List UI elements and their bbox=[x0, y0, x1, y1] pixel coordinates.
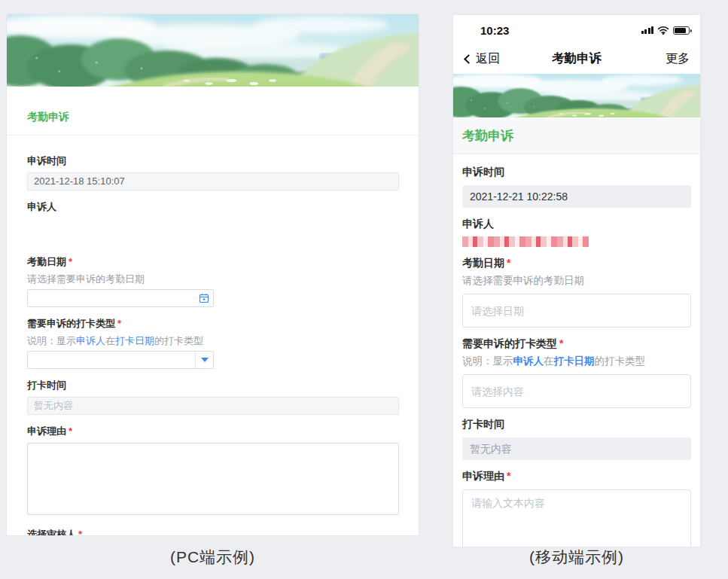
punch-type-field[interactable] bbox=[28, 352, 193, 368]
m-reason-label: 申诉理由* bbox=[462, 470, 691, 483]
appeal-time-label: 申诉时间 bbox=[27, 154, 398, 168]
nav-title: 考勤申诉 bbox=[522, 50, 631, 67]
m-punch-type-label: 需要申诉的打卡类型* bbox=[462, 337, 691, 351]
punch-type-helper: 说明：显示申诉人在打卡日期的打卡类型 bbox=[27, 334, 398, 348]
battery-icon bbox=[673, 26, 690, 35]
pc-form: 申诉时间 2021-12-18 15:10:07 申诉人 考勤日期* 请选择需要… bbox=[7, 136, 419, 536]
punch-date-link[interactable]: 打卡日期 bbox=[115, 335, 154, 346]
m-attendance-date-helper: 请选择需要申诉的考勤日期 bbox=[462, 274, 691, 288]
status-icons bbox=[641, 26, 690, 35]
m-appellant-label: 申诉人 bbox=[462, 218, 691, 231]
reason-label: 申诉理由* bbox=[27, 425, 398, 438]
attendance-date-label: 考勤日期* bbox=[27, 255, 398, 269]
m-reason-textarea[interactable] bbox=[462, 489, 691, 547]
appeal-time-value: 2021-12-18 15:10:07 bbox=[27, 172, 399, 190]
attendance-date-input[interactable] bbox=[27, 289, 214, 307]
punch-type-label: 需要申诉的打卡类型* bbox=[27, 317, 398, 331]
m-punch-date-link[interactable]: 打卡日期 bbox=[554, 355, 595, 367]
pc-example-panel: 考勤申诉 申诉时间 2021-12-18 15:10:07 申诉人 考勤日期* … bbox=[6, 14, 419, 536]
m-appeal-time-label: 申诉时间 bbox=[462, 166, 691, 179]
mobile-caption: (移动端示例) bbox=[453, 547, 700, 568]
m-appellant-link[interactable]: 申诉人 bbox=[513, 355, 544, 367]
back-chevron-icon bbox=[464, 54, 474, 64]
mobile-example-panel: 10:23 返回 考勤申诉 更多 考勤申诉 申诉时间 bbox=[453, 15, 700, 547]
nav-bar: 返回 考勤申诉 更多 bbox=[453, 45, 700, 72]
reason-textarea[interactable] bbox=[27, 443, 399, 515]
m-attendance-date-label: 考勤日期* bbox=[462, 257, 691, 270]
calendar-icon[interactable] bbox=[195, 290, 213, 306]
m-punch-time-label: 打卡时间 bbox=[462, 418, 691, 431]
appellant-link[interactable]: 申诉人 bbox=[76, 335, 105, 346]
back-button[interactable]: 返回 bbox=[464, 51, 522, 67]
punch-time-label: 打卡时间 bbox=[27, 379, 398, 392]
chevron-down-icon[interactable] bbox=[195, 352, 213, 368]
header-illustration-mobile bbox=[453, 74, 700, 117]
page-title: 考勤申诉 bbox=[7, 111, 419, 136]
punch-time-value: 暂无内容 bbox=[27, 397, 399, 415]
appellant-label: 申诉人 bbox=[27, 200, 398, 214]
status-bar: 10:23 bbox=[453, 15, 700, 45]
signal-icon bbox=[641, 26, 654, 34]
m-punch-type-field[interactable] bbox=[463, 375, 690, 407]
appellant-value-blank bbox=[27, 214, 398, 245]
attendance-date-helper: 请选择需要申诉的考勤日期 bbox=[27, 273, 398, 286]
m-attendance-date-input[interactable] bbox=[462, 294, 691, 328]
mobile-form: 申诉时间 2021-12-21 10:22:58 申诉人 考勤日期* 请选择需要… bbox=[453, 154, 700, 547]
punch-type-select[interactable] bbox=[27, 351, 214, 369]
m-punch-type-helper: 说明：显示申诉人在打卡日期的打卡类型 bbox=[462, 355, 691, 368]
header-illustration bbox=[7, 14, 419, 87]
reviewer-label: 选择审核人* bbox=[27, 528, 398, 536]
m-attendance-date-field[interactable] bbox=[463, 294, 690, 327]
wifi-icon bbox=[657, 26, 669, 35]
m-punch-time-value: 暂无内容 bbox=[462, 437, 691, 460]
redacted-appellant-value bbox=[462, 236, 589, 247]
m-punch-type-select[interactable] bbox=[462, 374, 691, 408]
attendance-date-field[interactable] bbox=[28, 290, 193, 306]
mobile-page-title: 考勤申诉 bbox=[453, 117, 700, 154]
more-button[interactable]: 更多 bbox=[631, 51, 690, 67]
pc-caption: (PC端示例) bbox=[6, 547, 419, 568]
status-time: 10:23 bbox=[480, 24, 509, 37]
m-appeal-time-value: 2021-12-21 10:22:58 bbox=[462, 185, 691, 208]
